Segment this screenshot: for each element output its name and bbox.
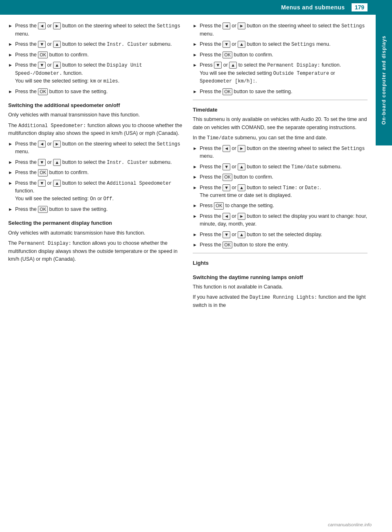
mono-text: Display Unit Speed-/Odometer. bbox=[15, 63, 142, 76]
key-ok: OK bbox=[38, 51, 48, 58]
bullet-arrow: ► bbox=[8, 22, 13, 29]
bullet-text: Press the ◄ or ► button on the steering … bbox=[15, 22, 183, 38]
key-down: ▼ bbox=[38, 62, 46, 69]
key-left: ◄ bbox=[223, 213, 230, 220]
side-tab: On-board computer and displays bbox=[376, 15, 392, 145]
list-item: ► Press the OK button to save the settin… bbox=[8, 88, 183, 96]
list-item: ► Press the ◄ or ► button to select the … bbox=[193, 212, 368, 228]
key-ok: OK bbox=[223, 88, 232, 95]
key-ok: OK bbox=[223, 241, 232, 248]
mono-text: km bbox=[90, 78, 96, 84]
key-down: ▼ bbox=[223, 231, 230, 238]
key-down: ▼ bbox=[223, 184, 230, 191]
key-up: ▲ bbox=[53, 159, 61, 166]
bullet-text: Press the OK button to store the entry. bbox=[200, 241, 368, 249]
key-down: ▼ bbox=[38, 41, 46, 48]
bullet-arrow: ► bbox=[193, 184, 197, 191]
list-item: ► Press ▼ or ▲ to select the Permanent D… bbox=[193, 61, 368, 85]
header-bar: Menus and submenus 179 bbox=[0, 0, 392, 15]
bullet-arrow: ► bbox=[8, 62, 13, 69]
key-up: ▲ bbox=[238, 231, 245, 238]
mono-text: Additional Speedometer bbox=[107, 181, 172, 186]
key-right: ► bbox=[238, 213, 245, 220]
divider bbox=[193, 100, 368, 100]
bullet-arrow: ► bbox=[193, 202, 197, 209]
left-column: ► Press the ◄ or ► button on the steerin… bbox=[8, 22, 183, 312]
bullet-arrow: ► bbox=[193, 231, 197, 238]
bullet-arrow: ► bbox=[8, 159, 13, 166]
section-body: The Additional Speedometer: function all… bbox=[8, 122, 183, 138]
mono-text: Permanent Display: bbox=[18, 241, 71, 246]
list-item: ► Press the ▼ or ▲ button to select Time… bbox=[193, 184, 368, 200]
mono-text: miles bbox=[103, 78, 118, 84]
mono-text: Time: bbox=[283, 185, 298, 191]
section-body: The Permanent Display: function allows y… bbox=[8, 239, 183, 263]
mono-text: Speedometer [km/h]: bbox=[200, 78, 256, 84]
mono-text: On bbox=[90, 196, 96, 202]
list-item: ► Press the ▼ or ▲ button to select the … bbox=[8, 40, 183, 49]
bullet-text: Press the ◄ or ► button on the steering … bbox=[15, 140, 183, 156]
key-left: ◄ bbox=[223, 22, 230, 29]
bullet-arrow: ► bbox=[193, 174, 197, 181]
bullet-text: Press OK to change the setting. bbox=[200, 202, 368, 210]
key-right: ► bbox=[53, 22, 61, 29]
mono-text: Settings bbox=[157, 23, 180, 29]
bullet-text: Press the OK button to confirm. bbox=[200, 173, 368, 181]
section-body: If you have activated the Daytime Runnin… bbox=[193, 293, 368, 309]
mono-text: Additional Speedometer: bbox=[18, 123, 86, 129]
mono-text: Instr. Cluster bbox=[107, 160, 148, 165]
bullet-text: Press the ▼ or ▲ button to select the Ti… bbox=[200, 163, 368, 171]
section-body: This function is not available in Canada… bbox=[193, 283, 368, 291]
section-heading-lights: Lights bbox=[193, 259, 368, 267]
list-item: ► Press the ▼ or ▲ button to select the … bbox=[8, 61, 183, 85]
main-content: ► Press the ◄ or ► button on the steerin… bbox=[0, 15, 376, 319]
bullet-text: Press the ▼ or ▲ button to select the Di… bbox=[15, 61, 183, 85]
bullet-arrow: ► bbox=[8, 169, 13, 176]
list-item: ► Press OK to change the setting. bbox=[193, 202, 368, 210]
bullet-arrow: ► bbox=[193, 62, 197, 69]
mono-text: Time/date bbox=[292, 164, 318, 170]
mono-text: Settings bbox=[292, 42, 315, 47]
watermark: carmanualsonline.info bbox=[328, 522, 372, 527]
section-body: Only vehicles with automatic transmissio… bbox=[8, 229, 183, 237]
bullet-text: Press the ▼ or ▲ button to select the In… bbox=[15, 159, 183, 167]
bullet-text: Press the ▼ or ▲ button to select the Ad… bbox=[15, 179, 183, 203]
key-ok: OK bbox=[214, 202, 224, 209]
mono-text: Settings bbox=[341, 146, 365, 152]
key-down: ▼ bbox=[214, 62, 222, 69]
bullet-arrow: ► bbox=[193, 88, 197, 95]
key-down: ▼ bbox=[223, 163, 230, 170]
list-item: ► Press the OK button to store the entry… bbox=[193, 241, 368, 249]
key-right: ► bbox=[238, 22, 245, 29]
key-up: ▲ bbox=[238, 41, 245, 48]
mono-text: Daytime Running Lights: bbox=[249, 295, 317, 300]
right-column: ► Press the ◄ or ► button on the steerin… bbox=[193, 22, 368, 312]
list-item: ► Press the OK button to confirm. bbox=[193, 173, 368, 181]
mono-text: Off bbox=[103, 196, 112, 202]
bullet-arrow: ► bbox=[193, 51, 197, 58]
section-heading-permanent: Selecting the permanent display function bbox=[8, 219, 183, 227]
mono-text: Settings bbox=[157, 141, 180, 147]
key-right: ► bbox=[238, 145, 245, 152]
section-body: This submenu is only available on vehicl… bbox=[193, 116, 368, 132]
page-number: 179 bbox=[352, 3, 368, 11]
bullet-arrow: ► bbox=[8, 141, 13, 148]
section-heading-speedometer: Switching the additional speedometer on/… bbox=[8, 101, 183, 110]
section-body: In the Time/date submenu, you can set th… bbox=[193, 134, 368, 142]
bullet-text: Press the OK button to save the setting. bbox=[15, 88, 183, 96]
mono-text: Settings bbox=[341, 23, 365, 29]
section-subheading-daytime: Switching the daytime running lamps on/o… bbox=[193, 273, 368, 282]
mono-text: Date: bbox=[305, 185, 320, 191]
key-up: ▲ bbox=[53, 180, 61, 187]
bullet-arrow: ► bbox=[193, 213, 197, 220]
bullet-text: Press the ▼ or ▲ button to select the In… bbox=[15, 40, 183, 49]
key-ok: OK bbox=[38, 206, 48, 213]
key-down: ▼ bbox=[223, 41, 230, 48]
bullet-arrow: ► bbox=[8, 51, 13, 58]
bullet-text: Press the ▼ or ▲ button to set the selec… bbox=[200, 231, 368, 239]
section-body: Only vehicles with manual transmission h… bbox=[8, 111, 183, 119]
bullet-text: Press the OK button to save the setting. bbox=[15, 206, 183, 213]
bullet-arrow: ► bbox=[193, 145, 197, 152]
mono-text: Permanent Display: bbox=[267, 63, 321, 68]
list-item: ► Press the OK button to save the settin… bbox=[8, 206, 183, 213]
